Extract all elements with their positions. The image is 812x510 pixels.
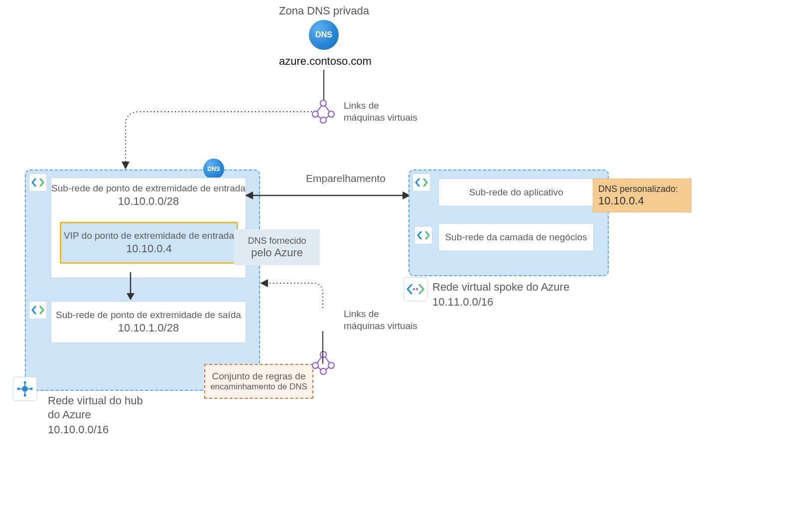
inbound-vip-label: VIP do ponto de extremidade de entrada [64,230,234,241]
diagram-canvas: Zona DNS privada DNS azure.contoso.com L… [0,0,812,510]
inbound-subnet-cidr: 10.10.0.0/28 [118,195,179,208]
inbound-vip-box: VIP do ponto de extremidade de entrada 1… [60,222,238,264]
spoke-cidr: 10.11.0.0/16 [432,295,493,309]
svg-marker-5 [122,162,130,170]
azure-provided-dns-box: DNS fornecido pelo Azure [234,229,320,265]
private-dns-zone-domain: azure.contoso.com [279,55,372,68]
ruleset-line1: Conjunto de regras de [212,371,305,382]
app-subnet-box: Sub-rede do aplicativo [438,178,594,206]
dns-icon: DNS [309,20,339,50]
svg-marker-26 [260,279,268,287]
custom-dns-label: DNS personalizado: [598,184,678,194]
azure-dns-line1: DNS fornecido [248,236,306,246]
hub-vnet-icon [13,377,37,401]
azure-dns-line2: pelo Azure [251,246,303,259]
ruleset-line2: encaminhamento de DNS [210,382,307,392]
dns-icon-small: DNS [203,159,224,179]
vm-links-label-mid: Links de máquinas virtuais [344,308,417,332]
svg-marker-18 [245,191,253,199]
spoke-title: Rede virtual spoke do Azure [432,280,569,294]
svg-point-20 [413,288,415,290]
dns-icon-small-text: DNS [207,166,220,172]
vnet-links-icon [312,100,335,123]
connector-line [323,70,325,101]
vnet-icon [414,226,432,244]
vnet-icon [29,301,47,319]
outbound-subnet-cidr: 10.10.1.0/28 [118,322,179,335]
svg-point-10 [24,394,26,397]
peering-arrow [245,189,410,201]
vm-links-line2: máquinas virtuais [344,112,417,124]
svg-point-11 [17,388,20,390]
dns-icon-text: DNS [315,30,332,39]
svg-marker-7 [127,293,135,300]
dotted-connector-mid [259,282,326,312]
private-dns-zone-title: Zona DNS privada [279,4,369,18]
peering-label: Emparelhamento [306,172,386,185]
svg-point-21 [416,288,418,290]
svg-point-12 [30,388,33,390]
arrow-inbound-to-outbound [126,272,135,301]
outbound-subnet-box: Sub-rede de ponto de extremidade de saíd… [51,301,246,343]
hub-cidr: 10.10.0.0/16 [48,423,109,437]
vm-links-line1: Links de [344,100,417,112]
outbound-subnet-label: Sub-rede de ponto de extremidade de saíd… [56,310,241,321]
hub-title-line1: Rede virtual do hub [48,394,143,408]
custom-dns-ip: 10.10.0.4 [598,194,644,207]
svg-rect-8 [22,386,27,391]
custom-dns-box: DNS personalizado: 10.10.0.4 [593,178,691,212]
biz-subnet-box: Sub-rede da camada de negócios [438,223,594,251]
hub-title-line2: do Azure [48,408,91,422]
inbound-vip-ip: 10.10.0.4 [126,242,172,255]
connector-line [322,331,324,364]
biz-subnet-label: Sub-rede da camada de negócios [445,232,587,243]
dns-ruleset-box: Conjunto de regras de encaminhamento de … [204,364,313,399]
vm-links-label-top: Links de máquinas virtuais [344,100,417,124]
app-subnet-label: Sub-rede do aplicativo [469,187,563,198]
svg-point-9 [24,381,26,384]
inbound-subnet-label: Sub-rede de ponto de extremidade de entr… [51,183,246,194]
vnet-icon [29,173,47,191]
vnet-peering-icon [404,277,427,301]
vm-links-mid-line2: máquinas virtuais [344,320,417,332]
vnet-icon [412,173,430,191]
vm-links-mid-line1: Links de [344,308,417,320]
